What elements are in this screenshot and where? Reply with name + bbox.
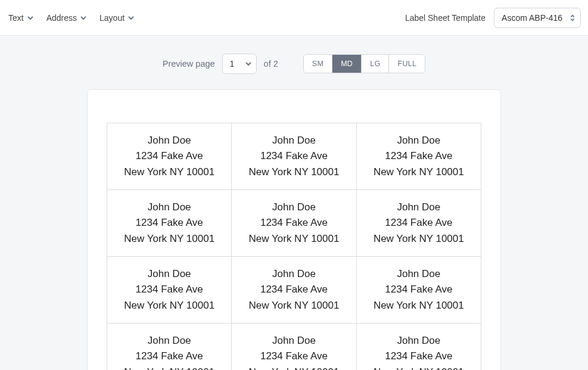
label-name: John Doe bbox=[363, 133, 475, 148]
label-name: John Doe bbox=[238, 333, 350, 349]
page-of-text: of 2 bbox=[264, 59, 278, 69]
label-name: John Doe bbox=[363, 333, 475, 349]
label-street: 1234 Fake Ave bbox=[238, 215, 350, 231]
label-city: New York NY 10001 bbox=[363, 164, 475, 180]
label-cell: John Doe1234 Fake AveNew York NY 10001 bbox=[232, 257, 356, 324]
select-updown-icon bbox=[570, 14, 575, 21]
menu-address[interactable]: Address bbox=[45, 11, 88, 25]
toolbar-left: Text Address Layout bbox=[7, 11, 135, 25]
page-preview-wrap: John Doe1234 Fake AveNew York NY 10001Jo… bbox=[0, 89, 588, 370]
label-name: John Doe bbox=[113, 333, 225, 349]
label-street: 1234 Fake Ave bbox=[238, 349, 350, 364]
label-city: New York NY 10001 bbox=[363, 231, 475, 247]
label-city: New York NY 10001 bbox=[363, 365, 475, 370]
label-cell: John Doe1234 Fake AveNew York NY 10001 bbox=[107, 257, 232, 324]
label-street: 1234 Fake Ave bbox=[238, 282, 350, 297]
label-cell: John Doe1234 Fake AveNew York NY 10001 bbox=[107, 324, 232, 370]
label-city: New York NY 10001 bbox=[238, 298, 350, 313]
size-button-full[interactable]: FULL bbox=[389, 55, 425, 73]
menu-text-label: Text bbox=[8, 13, 24, 23]
preview-page-label: Preview page bbox=[163, 59, 215, 69]
template-select-value: Ascom ABP-416 bbox=[502, 13, 562, 23]
menu-layout[interactable]: Layout bbox=[98, 11, 135, 25]
chevron-down-icon bbox=[128, 15, 134, 21]
label-street: 1234 Fake Ave bbox=[363, 282, 475, 297]
page-select[interactable]: 1 bbox=[222, 54, 257, 74]
label-name: John Doe bbox=[363, 266, 475, 282]
label-street: 1234 Fake Ave bbox=[363, 349, 475, 364]
chevron-down-icon bbox=[80, 15, 86, 21]
label-cell: John Doe1234 Fake AveNew York NY 10001 bbox=[357, 324, 481, 370]
label-street: 1234 Fake Ave bbox=[363, 148, 475, 164]
label-city: New York NY 10001 bbox=[113, 164, 225, 180]
label-name: John Doe bbox=[113, 266, 225, 282]
menu-text[interactable]: Text bbox=[7, 11, 35, 25]
toolbar-right: Label Sheet Template Ascom ABP-416 bbox=[405, 8, 581, 28]
label-name: John Doe bbox=[113, 133, 225, 148]
label-name: John Doe bbox=[238, 266, 350, 282]
label-cell: John Doe1234 Fake AveNew York NY 10001 bbox=[357, 257, 481, 324]
label-street: 1234 Fake Ave bbox=[113, 148, 225, 164]
label-city: New York NY 10001 bbox=[113, 298, 225, 313]
label-cell: John Doe1234 Fake AveNew York NY 10001 bbox=[357, 123, 481, 190]
size-button-md[interactable]: MD bbox=[332, 55, 362, 73]
menu-layout-label: Layout bbox=[99, 13, 125, 23]
label-street: 1234 Fake Ave bbox=[113, 215, 225, 231]
template-label: Label Sheet Template bbox=[405, 13, 486, 23]
label-cell: John Doe1234 Fake AveNew York NY 10001 bbox=[232, 324, 356, 370]
label-name: John Doe bbox=[363, 200, 475, 215]
label-street: 1234 Fake Ave bbox=[113, 349, 225, 364]
label-city: New York NY 10001 bbox=[238, 365, 350, 370]
chevron-down-icon bbox=[245, 61, 251, 67]
size-button-lg[interactable]: LG bbox=[362, 55, 389, 73]
label-cell: John Doe1234 Fake AveNew York NY 10001 bbox=[107, 123, 232, 190]
label-cell: John Doe1234 Fake AveNew York NY 10001 bbox=[107, 190, 232, 257]
page-preview: John Doe1234 Fake AveNew York NY 10001Jo… bbox=[87, 89, 501, 370]
label-cell: John Doe1234 Fake AveNew York NY 10001 bbox=[232, 123, 356, 190]
template-select[interactable]: Ascom ABP-416 bbox=[494, 8, 581, 28]
label-name: John Doe bbox=[238, 133, 350, 148]
label-name: John Doe bbox=[113, 200, 225, 215]
size-button-sm[interactable]: SM bbox=[304, 55, 332, 73]
label-street: 1234 Fake Ave bbox=[113, 282, 225, 297]
preview-bar: Preview page 1 of 2 SMMDLGFULL bbox=[0, 36, 588, 89]
label-city: New York NY 10001 bbox=[238, 164, 350, 180]
label-name: John Doe bbox=[238, 200, 350, 215]
label-city: New York NY 10001 bbox=[113, 231, 225, 247]
label-grid: John Doe1234 Fake AveNew York NY 10001Jo… bbox=[107, 123, 481, 370]
chevron-down-icon bbox=[27, 15, 33, 21]
label-cell: John Doe1234 Fake AveNew York NY 10001 bbox=[357, 190, 481, 257]
label-cell: John Doe1234 Fake AveNew York NY 10001 bbox=[232, 190, 356, 257]
page-select-value: 1 bbox=[230, 59, 235, 69]
label-street: 1234 Fake Ave bbox=[238, 148, 350, 164]
toolbar: Text Address Layout Label Sheet Template… bbox=[0, 0, 588, 36]
label-city: New York NY 10001 bbox=[238, 231, 350, 247]
menu-address-label: Address bbox=[46, 13, 77, 23]
label-city: New York NY 10001 bbox=[113, 365, 225, 370]
size-group: SMMDLGFULL bbox=[303, 54, 425, 73]
label-street: 1234 Fake Ave bbox=[363, 215, 475, 231]
label-city: New York NY 10001 bbox=[363, 298, 475, 313]
